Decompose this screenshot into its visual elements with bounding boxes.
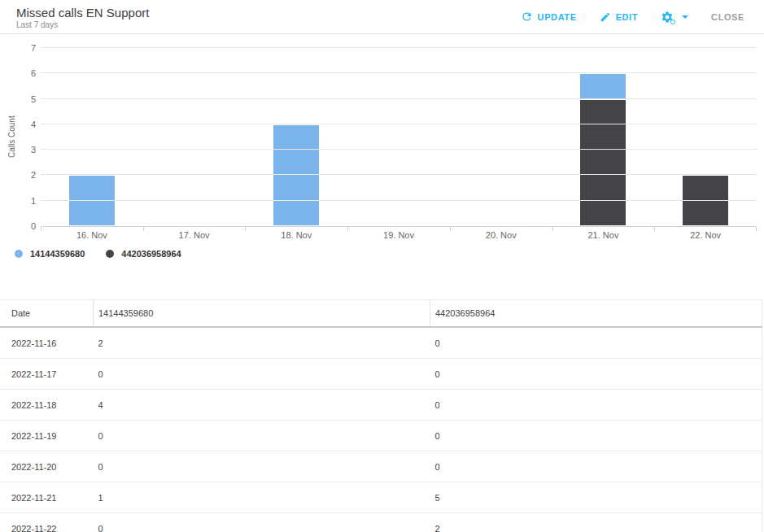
- table-cell: 0: [94, 513, 430, 532]
- table-cell: 0: [430, 421, 762, 451]
- table-cell: 2022-11-22: [0, 513, 94, 532]
- update-button-label: UPDATE: [538, 12, 577, 22]
- x-tick-label: 21. Nov: [552, 230, 655, 240]
- table-cell: 2022-11-21: [0, 482, 94, 513]
- edit-button[interactable]: EDIT: [592, 7, 646, 28]
- table-cell: 0: [94, 421, 430, 451]
- table-cell: 0: [430, 451, 762, 482]
- table-cell: 2: [94, 327, 430, 359]
- settings-button[interactable]: [653, 6, 696, 28]
- table-row: 2022-11-1900: [0, 421, 762, 451]
- table-row: 2022-11-1700: [0, 359, 762, 390]
- table-cell: 2022-11-19: [0, 421, 94, 451]
- table-row: 2022-11-1620: [0, 327, 762, 359]
- y-tick-label: 0: [31, 221, 36, 231]
- title-block: Missed calls EN Support Last 7 days: [16, 4, 149, 30]
- toolbar: UPDATE EDIT CLOSE: [513, 6, 753, 28]
- legend-item-14144359680[interactable]: 14144359680: [15, 249, 85, 259]
- table-cell: 2022-11-16: [0, 327, 94, 359]
- data-table: Date14144359680442036958964 2022-11-1620…: [0, 299, 762, 532]
- y-tick-label: 5: [31, 94, 36, 104]
- refresh-icon: [521, 11, 533, 23]
- x-tick-label: 19. Nov: [347, 230, 450, 240]
- bar-segment-14144359680[interactable]: [68, 175, 116, 226]
- table-cell: 4: [94, 390, 430, 421]
- legend-dot: [106, 250, 114, 258]
- table-cell: 1: [94, 482, 430, 513]
- x-tick-label: 18. Nov: [245, 230, 347, 240]
- table-cell: 2022-11-20: [0, 451, 94, 482]
- gridline: [41, 149, 757, 150]
- y-tick-label: 6: [31, 68, 36, 78]
- gridline: [41, 124, 757, 124]
- page-subtitle: Last 7 days: [16, 20, 149, 30]
- gridline: [41, 72, 757, 73]
- chevron-down-icon: [682, 15, 688, 19]
- gridline: [41, 98, 757, 99]
- legend-dot: [15, 250, 23, 258]
- table-cell: 2022-11-18: [0, 390, 94, 421]
- y-tick-label: 7: [31, 43, 36, 53]
- chart-legend: 14144359680442036958964: [15, 249, 181, 259]
- update-button[interactable]: UPDATE: [513, 6, 585, 28]
- plot-area: [41, 48, 757, 227]
- x-tick-label: 16. Nov: [41, 230, 143, 240]
- x-axis-labels: 16. Nov17. Nov18. Nov19. Nov20. Nov21. N…: [41, 230, 757, 240]
- table-cell: 5: [430, 482, 762, 513]
- x-tick-label: 17. Nov: [143, 230, 246, 240]
- close-button[interactable]: CLOSE: [703, 7, 753, 27]
- table-cell: 2: [430, 513, 762, 532]
- legend-label: 14144359680: [30, 249, 85, 259]
- y-tick-label: 1: [31, 196, 36, 206]
- table-cell: 0: [430, 390, 762, 421]
- table-row: 2022-11-2202: [0, 513, 762, 532]
- legend-item-442036958964[interactable]: 442036958964: [106, 249, 181, 259]
- bar-segment-442036958964[interactable]: [682, 175, 729, 226]
- page-title: Missed calls EN Support: [16, 6, 149, 20]
- table-row: 2022-11-1840: [0, 390, 762, 421]
- y-tick-label: 3: [31, 145, 36, 155]
- column-header: 14144359680: [94, 300, 430, 328]
- data-table-section: Date14144359680442036958964 2022-11-1620…: [0, 299, 764, 532]
- table-cell: 2022-11-17: [0, 359, 94, 390]
- y-tick-label: 4: [31, 120, 36, 129]
- table-cell: 0: [94, 451, 430, 482]
- gridline: [41, 47, 757, 48]
- table-cell: 0: [94, 359, 430, 390]
- x-tick-label: 22. Nov: [654, 230, 757, 240]
- y-tick-label: 2: [31, 170, 36, 180]
- column-header: 442036958964: [430, 300, 762, 328]
- bar-segment-442036958964[interactable]: [579, 99, 626, 226]
- legend-label: 442036958964: [121, 249, 181, 259]
- bar-segment-14144359680[interactable]: [579, 73, 626, 98]
- edit-button-label: EDIT: [616, 12, 638, 22]
- gear-icon: [661, 11, 674, 24]
- x-tick-label: 20. Nov: [450, 230, 552, 240]
- table-cell: 0: [430, 327, 762, 359]
- table-row: 2022-11-2000: [0, 451, 762, 482]
- y-axis-labels: 01234567: [0, 48, 36, 226]
- table-row: 2022-11-2115: [0, 482, 762, 513]
- missed-calls-chart: Calls Count 01234567 16. Nov17. Nov18. N…: [0, 34, 764, 268]
- gridline: [41, 200, 757, 201]
- close-button-label: CLOSE: [711, 12, 744, 22]
- pencil-icon: [600, 11, 611, 23]
- gridline: [41, 174, 757, 175]
- widget-header: Missed calls EN Support Last 7 days UPDA…: [0, 0, 764, 34]
- table-cell: 0: [430, 359, 762, 390]
- table-header-row: Date14144359680442036958964: [0, 300, 762, 328]
- column-header: Date: [0, 300, 94, 328]
- table-body: 2022-11-16202022-11-17002022-11-18402022…: [0, 327, 762, 532]
